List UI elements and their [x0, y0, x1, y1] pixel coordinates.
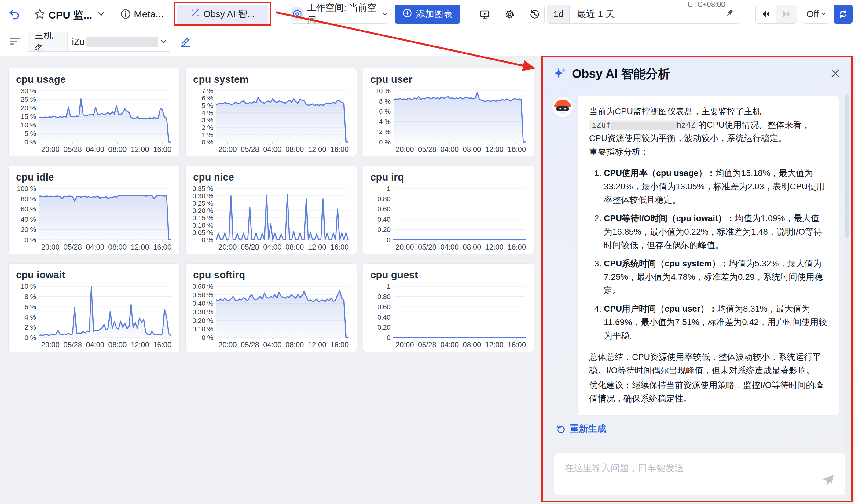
- refresh-button[interactable]: [834, 4, 853, 23]
- chevron-down-icon[interactable]: [98, 12, 105, 18]
- edit-filter-button[interactable]: [180, 35, 191, 49]
- cpu-nice-chart: 0.35 %0.30 %0.25 %0.20 %0.15 %0.10 %0.05…: [193, 186, 351, 252]
- svg-text:4 %: 4 %: [202, 109, 213, 117]
- panel-scrollbar-thumb[interactable]: [845, 94, 849, 238]
- meta-button[interactable]: Meta...: [134, 8, 164, 20]
- svg-text:20:00: 20:00: [41, 341, 59, 349]
- svg-text:05/28: 05/28: [64, 145, 82, 153]
- svg-text:12:00: 12:00: [485, 145, 503, 153]
- chart-title: cpu system: [193, 74, 350, 85]
- svg-text:08:00: 08:00: [463, 145, 481, 153]
- double-right-icon: [782, 10, 791, 18]
- svg-text:04:00: 04:00: [86, 243, 104, 251]
- time-range-label[interactable]: 最近 1 天: [577, 8, 725, 20]
- svg-text:7 %: 7 %: [202, 88, 213, 95]
- double-left-icon: [761, 10, 771, 18]
- close-icon[interactable]: [829, 67, 842, 80]
- svg-text:08:00: 08:00: [108, 243, 126, 251]
- chart-title: cpu irq: [370, 172, 527, 183]
- send-icon[interactable]: [821, 473, 835, 488]
- svg-text:20:00: 20:00: [218, 243, 237, 251]
- chart-card-cpu-softirq: cpu softirq0.60 %0.50 %0.40 %0.30 %0.20 …: [185, 263, 357, 352]
- settings-button[interactable]: [500, 4, 519, 24]
- svg-text:60 %: 60 %: [21, 205, 36, 213]
- svg-text:20:00: 20:00: [218, 145, 237, 153]
- svg-text:0.25 %: 0.25 %: [193, 199, 213, 207]
- presentation-mode-button[interactable]: [475, 4, 495, 24]
- svg-text:08:00: 08:00: [108, 341, 126, 349]
- svg-text:20 %: 20 %: [21, 226, 36, 233]
- add-chart-label: 添加图表: [416, 8, 452, 20]
- chevron-down-icon: [160, 40, 166, 44]
- svg-text:2 %: 2 %: [379, 128, 391, 136]
- range-shortcut-chip[interactable]: 1d: [547, 5, 570, 23]
- chart-title: cpu idle: [16, 172, 173, 183]
- svg-text:4 %: 4 %: [24, 313, 36, 321]
- magic-wand-icon: [190, 8, 200, 20]
- svg-text:16:00: 16:00: [330, 243, 349, 251]
- svg-text:12:00: 12:00: [308, 341, 326, 349]
- hostname-select[interactable]: iZu: [68, 37, 171, 47]
- svg-text:16:00: 16:00: [330, 341, 349, 349]
- svg-text:08:00: 08:00: [285, 145, 304, 153]
- svg-text:04:00: 04:00: [440, 145, 459, 153]
- undo-icon[interactable]: [8, 8, 20, 21]
- svg-text:0.60: 0.60: [377, 303, 391, 311]
- history-button[interactable]: [525, 4, 545, 24]
- svg-text:0.50 %: 0.50 %: [193, 291, 213, 299]
- svg-text:08:00: 08:00: [463, 341, 481, 349]
- svg-text:0 %: 0 %: [202, 334, 213, 342]
- metrics-heading: 重要指标分析：: [589, 147, 649, 156]
- ai-question-input[interactable]: [554, 453, 845, 496]
- svg-text:30 %: 30 %: [21, 88, 36, 95]
- svg-text:16:00: 16:00: [507, 243, 526, 251]
- pin-icon[interactable]: [725, 8, 734, 20]
- favorite-star-icon[interactable]: [34, 8, 45, 21]
- svg-text:05/28: 05/28: [418, 341, 437, 349]
- cpu-system-chart: 7 %6 %5 %4 %3 %2 %1 %0 %20:0005/2804:000…: [193, 88, 351, 154]
- top-toolbar: CPU 监... Meta... Obsy AI 智... 工作空间: 当前空间…: [0, 0, 855, 29]
- svg-text:0.40: 0.40: [377, 313, 391, 321]
- ai-panel-title: Obsy AI 智能分析: [572, 65, 670, 82]
- svg-text:05/28: 05/28: [64, 243, 82, 251]
- svg-text:16:00: 16:00: [153, 243, 172, 251]
- divider: [28, 8, 29, 20]
- sparkles-icon: [552, 67, 567, 81]
- suggestion-text: 优化建议：继续保持当前资源使用策略，监控I/O等待时间的峰值情况，确保系统稳定性…: [589, 378, 827, 405]
- ai-message-row: 当前为CPU监控视图仪表盘，主要监控了主机 iZufhz4Z的CPU使用情况。整…: [551, 96, 839, 415]
- workspace-selector[interactable]: 工作空间: 当前空间: [291, 4, 388, 23]
- add-chart-button[interactable]: 添加图表: [395, 4, 460, 23]
- chart-card-cpu-irq: cpu irq10.800.600.400.20020:0005/2804:00…: [363, 165, 534, 254]
- time-shift-control: [755, 4, 797, 23]
- info-icon: [120, 9, 131, 20]
- svg-text:6 %: 6 %: [24, 303, 36, 311]
- svg-text:0.20 %: 0.20 %: [193, 207, 213, 214]
- regenerate-icon: [556, 424, 566, 434]
- svg-text:12:00: 12:00: [131, 341, 149, 349]
- shift-forward-button[interactable]: [776, 5, 797, 23]
- svg-text:05/28: 05/28: [418, 243, 437, 251]
- chart-title: cpu nice: [193, 172, 350, 183]
- auto-refresh-select[interactable]: Off: [803, 4, 829, 23]
- redacted-hostname: [611, 122, 677, 129]
- chart-title: cpu softirq: [193, 269, 350, 281]
- cpu-iowait-chart: 10 %8 %6 %4 %2 %0 %20:0005/2804:0008:001…: [15, 284, 173, 350]
- chart-card-cpu-system: cpu system7 %6 %5 %4 %3 %2 %1 %0 %20:000…: [185, 68, 357, 156]
- filter-icon[interactable]: [9, 35, 21, 49]
- shift-back-button[interactable]: [756, 5, 776, 23]
- obsy-ai-button[interactable]: Obsy AI 智...: [177, 4, 268, 23]
- hostname-filter[interactable]: 主机名 iZu: [28, 32, 171, 52]
- svg-text:04:00: 04:00: [263, 145, 282, 153]
- svg-text:10 %: 10 %: [21, 121, 36, 129]
- svg-text:08:00: 08:00: [285, 243, 304, 251]
- workspace-label: 工作空间: 当前空间: [307, 1, 379, 26]
- svg-text:3 %: 3 %: [202, 116, 213, 124]
- svg-text:0.20 %: 0.20 %: [193, 317, 213, 324]
- svg-text:05/28: 05/28: [241, 243, 259, 251]
- svg-text:2 %: 2 %: [202, 124, 213, 131]
- chart-card-cpu-idle: cpu idle100 %80 %60 %40 %20 %0 %20:0005/…: [8, 165, 180, 254]
- summary-text: 总体总结：CPU资源使用率较低，整体波动较小，系统运行平稳。I/O等待时间偶尔出…: [589, 350, 827, 377]
- dashboard-title[interactable]: CPU 监...: [48, 8, 92, 22]
- svg-text:05/28: 05/28: [418, 145, 437, 153]
- regenerate-button[interactable]: 重新生成: [556, 422, 851, 435]
